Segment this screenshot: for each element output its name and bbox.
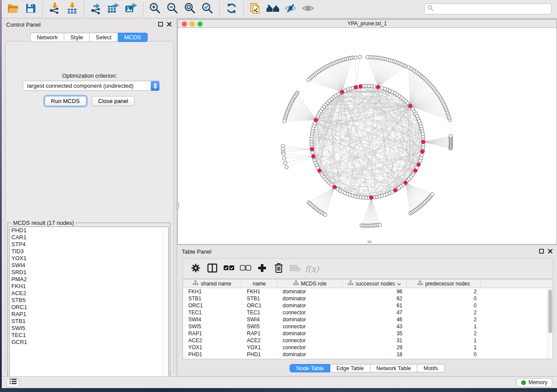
search-box[interactable]	[424, 3, 552, 14]
result-node[interactable]: TEC1	[10, 332, 168, 339]
table-row[interactable]: SWI5SWI5connector431	[183, 323, 547, 330]
criterion-dropdown-value: largest connected component (undirected)	[23, 83, 151, 89]
refresh-layout-button[interactable]	[223, 1, 240, 17]
first-neighbors-button[interactable]	[264, 1, 282, 17]
tab-edge-table[interactable]: Edge Table	[330, 364, 370, 372]
show-all-button[interactable]	[299, 1, 317, 17]
result-node[interactable]: CAR1	[10, 234, 168, 241]
column-label: name	[253, 281, 266, 287]
result-node[interactable]: ORC1	[10, 304, 168, 311]
open-file-icon	[7, 3, 19, 16]
table-row[interactable]: ORC1ORC1dominator610	[183, 302, 547, 309]
tab-network[interactable]: Network	[30, 33, 64, 42]
delete-table-button[interactable]	[287, 261, 304, 277]
toolbar-separator	[42, 2, 43, 17]
result-node[interactable]: STP4	[10, 241, 168, 248]
import-table-button[interactable]	[63, 1, 81, 17]
table-scrollbar-thumb[interactable]	[548, 289, 552, 333]
result-node[interactable]: FKH1	[10, 283, 168, 290]
network-graph[interactable]	[178, 28, 557, 244]
column-label: predecessor nodes	[425, 281, 470, 287]
function-builder-button[interactable]: f(x)	[304, 261, 320, 277]
result-node[interactable]: GCR1	[10, 339, 168, 346]
hide-selected-button[interactable]	[282, 1, 299, 17]
table-settings-button[interactable]	[187, 261, 204, 277]
column-header-successor-nodes[interactable]: successor nodes	[343, 279, 407, 288]
save-button[interactable]	[22, 1, 39, 17]
toolbar-separator	[243, 2, 244, 17]
table-scrollbar[interactable]	[547, 288, 553, 359]
mcds-result-list[interactable]: PHD1CAR1STP4TID3YOX1SWI4SRD1PMA2FKH1ACE2…	[9, 227, 169, 383]
zoom-selected-icon	[201, 2, 214, 16]
result-node[interactable]: TID3	[10, 248, 168, 255]
result-node[interactable]: PHD1	[10, 227, 168, 234]
close-panel-button[interactable]	[548, 248, 553, 255]
column-header-shared-name[interactable]: shared name	[183, 279, 242, 288]
table-cell: dominator	[277, 316, 343, 323]
table-row[interactable]: SWI4SWI4dominator462	[183, 316, 547, 323]
add-column-button[interactable]	[254, 261, 270, 277]
zoom-selected-button[interactable]	[199, 1, 216, 17]
select-all-button[interactable]	[221, 261, 237, 277]
zoom-in-button[interactable]	[146, 1, 164, 17]
export-image-button[interactable]	[122, 1, 140, 17]
table-row[interactable]: TEC1TEC1connector472	[183, 309, 547, 316]
show-panels-button[interactable]	[7, 378, 19, 387]
table-row[interactable]: ACE2ACE2connector311	[183, 337, 547, 344]
canvas-hscroll-thumb[interactable]	[367, 241, 372, 243]
float-panel-button[interactable]	[158, 21, 163, 28]
export-network-button[interactable]	[87, 1, 105, 17]
memory-button[interactable]: Memory	[516, 378, 552, 387]
node-table[interactable]: shared namenameMCDS rolesuccessor nodesp…	[183, 279, 553, 359]
open-file-button[interactable]	[4, 1, 22, 17]
close-panel-button-mcds[interactable]: Close panel	[92, 96, 135, 106]
table-row[interactable]: FKH1FKH1dominator962	[183, 288, 547, 295]
result-node[interactable]: SRD1	[10, 269, 168, 276]
result-list-scrollbar[interactable]	[163, 227, 168, 382]
close-window-button[interactable]	[182, 21, 187, 27]
table-row[interactable]: YOX1YOX1connector291	[183, 344, 547, 351]
result-node[interactable]: STB1	[10, 318, 168, 325]
table-row[interactable]: RAP1RAP1dominator352	[183, 330, 547, 337]
float-panel-button[interactable]	[539, 248, 544, 255]
close-panel-button[interactable]	[167, 21, 172, 28]
result-node[interactable]: RAP1	[10, 311, 168, 318]
column-header-MCDS-role[interactable]: MCDS role	[277, 279, 343, 288]
table-row[interactable]: PHD1PHD1dominator180	[183, 351, 547, 358]
result-node[interactable]: SWI5	[10, 325, 168, 332]
tab-mcds[interactable]: MCDS	[118, 33, 147, 42]
import-network-button[interactable]	[46, 1, 63, 17]
result-node[interactable]: PMA2	[10, 276, 168, 283]
network-canvas[interactable]	[178, 28, 557, 244]
tab-style[interactable]: Style	[64, 33, 90, 42]
result-node[interactable]: SWI4	[10, 262, 168, 269]
clone-network-button[interactable]	[247, 1, 264, 17]
zoom-fit-button[interactable]	[181, 1, 199, 17]
delete-column-button[interactable]	[270, 261, 287, 277]
column-header-name[interactable]: name	[242, 279, 277, 288]
zoom-out-button[interactable]	[164, 1, 181, 17]
window-traffic-lights	[182, 21, 203, 27]
column-header-predecessor-nodes[interactable]: predecessor nodes	[407, 279, 481, 288]
criterion-dropdown[interactable]: largest connected component (undirected)	[23, 81, 159, 91]
sort-desc-icon	[397, 281, 401, 287]
splitter-handle[interactable]	[176, 202, 179, 209]
tab-select[interactable]: Select	[90, 33, 118, 42]
search-input[interactable]	[434, 6, 549, 12]
minimize-window-button[interactable]	[190, 21, 195, 27]
network-window-titlebar[interactable]: YPA_prune.txt_1	[178, 20, 557, 28]
show-columns-button[interactable]	[204, 261, 221, 277]
tab-motifs[interactable]: Motifs	[417, 364, 444, 372]
table-row[interactable]: STB1STB1dominator620	[183, 295, 547, 302]
tab-network-table[interactable]: Network Table	[370, 364, 418, 372]
tab-node-table[interactable]: Node Table	[290, 364, 330, 372]
run-mcds-button[interactable]: Run MCDS	[45, 96, 86, 106]
result-node[interactable]: STB5	[10, 297, 168, 304]
result-node[interactable]: ACE2	[10, 290, 168, 297]
maximize-window-button[interactable]	[197, 21, 203, 27]
export-table-button[interactable]	[105, 1, 122, 17]
table-cell: connector	[277, 309, 343, 316]
result-node[interactable]: YOX1	[10, 255, 168, 262]
zoom-in-icon	[149, 2, 161, 16]
deselect-all-button[interactable]	[237, 261, 254, 277]
